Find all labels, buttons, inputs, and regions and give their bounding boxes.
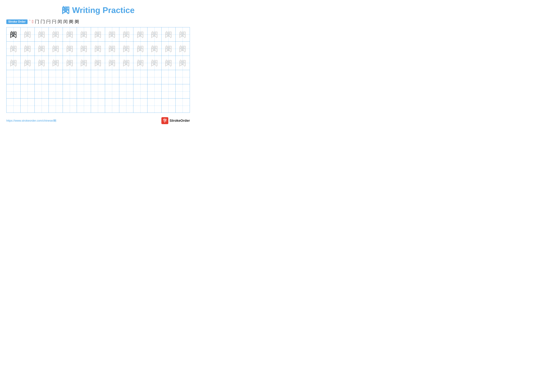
grid-cell-4-4[interactable]	[49, 70, 63, 84]
grid-cell-1-6[interactable]: 阌	[77, 27, 91, 42]
char-dark: 阌	[10, 31, 17, 38]
stroke-8: 闰	[63, 19, 68, 25]
grid-cell-4-2[interactable]	[21, 70, 35, 84]
grid-cell-1-8[interactable]: 阌	[105, 27, 119, 42]
grid-cell-4-11[interactable]	[147, 70, 161, 84]
footer: https://www.strokeorder.com/chinese/阌 字 …	[6, 117, 190, 124]
grid-cell-4-8[interactable]	[105, 70, 119, 84]
practice-grid: 阌 阌 阌 阌 阌 阌 阌 阌 阌 阌 阌 阌 阌 阌 阌 阌 阌 阌 阌 阌 …	[6, 27, 190, 113]
grid-row-1: 阌 阌 阌 阌 阌 阌 阌 阌 阌 阌 阌 阌 阌	[7, 27, 190, 42]
grid-cell-1-10[interactable]: 阌	[133, 27, 147, 42]
grid-cell-3-8[interactable]: 阌	[105, 56, 119, 70]
grid-cell-5-1[interactable]	[7, 84, 21, 98]
grid-cell-5-2[interactable]	[21, 84, 35, 98]
grid-cell-5-11[interactable]	[147, 84, 161, 98]
grid-cell-1-12[interactable]: 阌	[161, 27, 175, 42]
grid-cell-3-2[interactable]: 阌	[21, 56, 35, 70]
grid-cell-2-10[interactable]: 阌	[133, 42, 147, 56]
footer-logo-text: StrokeOrder	[170, 119, 190, 123]
grid-cell-4-13[interactable]	[175, 70, 190, 84]
grid-cell-6-7[interactable]	[91, 99, 105, 113]
grid-cell-3-4[interactable]: 阌	[49, 56, 63, 70]
stroke-6: 闩	[52, 19, 56, 25]
strokeorder-logo-icon: 字	[161, 117, 168, 124]
grid-cell-3-3[interactable]: 阌	[35, 56, 49, 70]
grid-cell-6-8[interactable]	[105, 99, 119, 113]
grid-cell-4-12[interactable]	[161, 70, 175, 84]
grid-cell-3-10[interactable]: 阌	[133, 56, 147, 70]
grid-cell-6-10[interactable]	[133, 99, 147, 113]
grid-cell-5-4[interactable]	[49, 84, 63, 98]
grid-cell-1-5[interactable]: 阌	[63, 27, 77, 42]
grid-cell-4-3[interactable]	[35, 70, 49, 84]
grid-cell-1-1[interactable]: 阌	[7, 27, 21, 42]
grid-cell-2-3[interactable]: 阌	[35, 42, 49, 56]
footer-url[interactable]: https://www.strokeorder.com/chinese/阌	[6, 119, 56, 122]
grid-cell-5-13[interactable]	[175, 84, 190, 98]
grid-cell-3-5[interactable]: 阌	[63, 56, 77, 70]
stroke-7: 闰	[58, 19, 62, 25]
grid-cell-6-1[interactable]	[7, 99, 21, 113]
grid-cell-3-1[interactable]: 阌	[7, 56, 21, 70]
grid-cell-2-12[interactable]: 阌	[161, 42, 175, 56]
grid-cell-1-13[interactable]: 阌	[175, 27, 190, 42]
grid-cell-1-11[interactable]: 阌	[147, 27, 161, 42]
grid-cell-2-2[interactable]: 阌	[21, 42, 35, 56]
title-area: 阌 Writing Practice	[6, 5, 190, 16]
grid-cell-2-6[interactable]: 阌	[77, 42, 91, 56]
grid-cell-1-3[interactable]: 阌	[35, 27, 49, 42]
grid-cell-5-10[interactable]	[133, 84, 147, 98]
grid-cell-2-9[interactable]: 阌	[119, 42, 133, 56]
grid-cell-1-9[interactable]: 阌	[119, 27, 133, 42]
stroke-3: 门	[35, 19, 39, 25]
grid-cell-6-2[interactable]	[21, 99, 35, 113]
grid-cell-3-11[interactable]: 阌	[147, 56, 161, 70]
grid-cell-5-3[interactable]	[35, 84, 49, 98]
grid-row-4	[7, 70, 190, 84]
stroke-sequence: ` 𠃌 门 门 闩 闩 闰 闰 阌 阌	[29, 19, 79, 25]
grid-cell-4-6[interactable]	[77, 70, 91, 84]
grid-cell-1-4[interactable]: 阌	[49, 27, 63, 42]
grid-cell-5-12[interactable]	[161, 84, 175, 98]
grid-cell-5-6[interactable]	[77, 84, 91, 98]
grid-cell-3-6[interactable]: 阌	[77, 56, 91, 70]
grid-cell-4-9[interactable]	[119, 70, 133, 84]
grid-cell-1-7[interactable]: 阌	[91, 27, 105, 42]
grid-cell-2-4[interactable]: 阌	[49, 42, 63, 56]
grid-cell-1-2[interactable]: 阌	[21, 27, 35, 42]
grid-cell-5-9[interactable]	[119, 84, 133, 98]
title-chinese-char: 阌	[62, 6, 70, 15]
grid-cell-2-1[interactable]: 阌	[7, 42, 21, 56]
grid-cell-4-5[interactable]	[63, 70, 77, 84]
grid-cell-5-5[interactable]	[63, 84, 77, 98]
grid-cell-2-7[interactable]: 阌	[91, 42, 105, 56]
grid-cell-6-12[interactable]	[161, 99, 175, 113]
grid-cell-6-11[interactable]	[147, 99, 161, 113]
grid-cell-5-8[interactable]	[105, 84, 119, 98]
grid-cell-6-5[interactable]	[63, 99, 77, 113]
grid-cell-6-6[interactable]	[77, 99, 91, 113]
grid-cell-3-7[interactable]: 阌	[91, 56, 105, 70]
stroke-4: 门	[41, 19, 45, 25]
grid-cell-6-13[interactable]	[175, 99, 190, 113]
stroke-9: 阌	[69, 19, 73, 25]
grid-cell-6-4[interactable]	[49, 99, 63, 113]
grid-cell-4-1[interactable]	[7, 70, 21, 84]
grid-cell-4-7[interactable]	[91, 70, 105, 84]
stroke-2: 𠃌	[32, 19, 33, 24]
grid-cell-2-13[interactable]: 阌	[175, 42, 190, 56]
grid-cell-2-5[interactable]: 阌	[63, 42, 77, 56]
stroke-10: 阌	[75, 19, 79, 25]
grid-cell-3-9[interactable]: 阌	[119, 56, 133, 70]
grid-cell-6-3[interactable]	[35, 99, 49, 113]
grid-cell-3-13[interactable]: 阌	[175, 56, 190, 70]
stroke-1: `	[29, 19, 30, 24]
grid-cell-2-11[interactable]: 阌	[147, 42, 161, 56]
grid-row-3: 阌 阌 阌 阌 阌 阌 阌 阌 阌 阌 阌 阌 阌	[7, 56, 190, 70]
grid-cell-3-12[interactable]: 阌	[161, 56, 175, 70]
grid-row-2: 阌 阌 阌 阌 阌 阌 阌 阌 阌 阌 阌 阌 阌	[7, 42, 190, 56]
grid-cell-2-8[interactable]: 阌	[105, 42, 119, 56]
grid-cell-5-7[interactable]	[91, 84, 105, 98]
grid-cell-4-10[interactable]	[133, 70, 147, 84]
grid-cell-6-9[interactable]	[119, 99, 133, 113]
